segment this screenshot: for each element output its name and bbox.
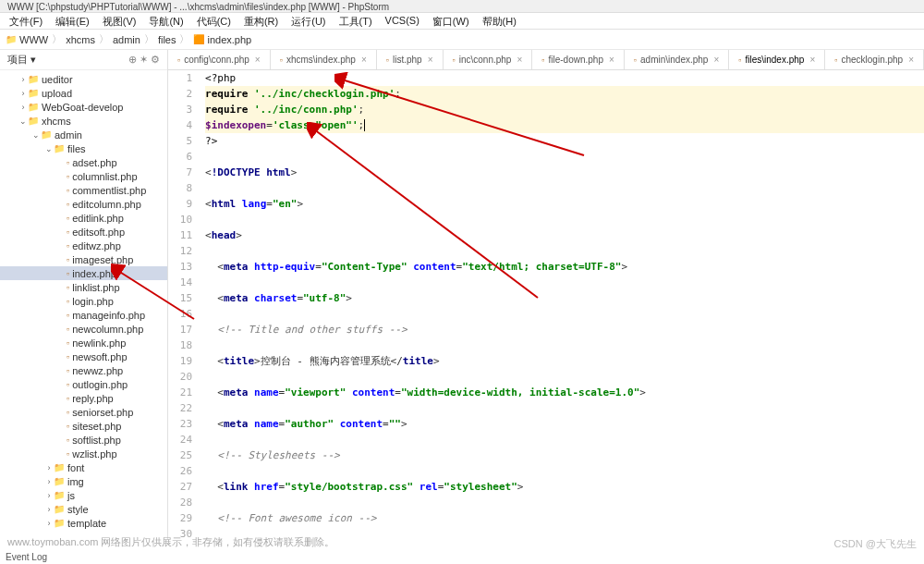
breadcrumb-item[interactable]: index.php bbox=[207, 34, 251, 45]
menu-item[interactable]: 编辑(E) bbox=[50, 15, 95, 27]
editor-tab[interactable]: ▫inc\conn.php× bbox=[444, 50, 533, 69]
breadcrumb-item[interactable]: WWW bbox=[19, 34, 48, 45]
breadcrumb-item[interactable]: admin bbox=[113, 34, 140, 45]
menu-item[interactable]: 导航(N) bbox=[143, 15, 188, 27]
menu-item[interactable]: 代码(C) bbox=[191, 15, 237, 27]
code-line[interactable]: require '../inc/conn.php'; bbox=[205, 102, 924, 117]
tree-folder[interactable]: ⌄📁admin bbox=[0, 128, 167, 141]
chevron-right-icon[interactable]: › bbox=[44, 477, 54, 486]
chevron-right-icon[interactable]: › bbox=[18, 103, 28, 112]
close-icon[interactable]: × bbox=[713, 55, 719, 65]
tree-file[interactable]: ▫editlink.php bbox=[0, 211, 167, 225]
menu-item[interactable]: 窗口(W) bbox=[427, 15, 475, 27]
menu-item[interactable]: 重构(R) bbox=[238, 15, 284, 27]
tree-file[interactable]: ▫editcolumn.php bbox=[0, 197, 167, 211]
editor-tab[interactable]: ▫file-down.php× bbox=[532, 50, 625, 69]
menu-item[interactable]: 文件(F) bbox=[4, 15, 48, 27]
code-line[interactable]: <meta name="author" content=""> bbox=[205, 416, 924, 432]
menu-item[interactable]: 工具(T) bbox=[334, 15, 378, 27]
editor-tab[interactable]: ▫list.php× bbox=[377, 50, 444, 69]
tree-file[interactable]: ▫editsoft.php bbox=[0, 225, 167, 239]
tree-file[interactable]: ▫outlogin.php bbox=[0, 377, 167, 391]
menu-item[interactable]: VCS(S) bbox=[380, 15, 425, 27]
close-icon[interactable]: × bbox=[809, 55, 815, 65]
code-line[interactable] bbox=[205, 243, 924, 259]
code-line[interactable] bbox=[205, 495, 924, 510]
code-line[interactable]: $indexopen='class="open"'; bbox=[205, 117, 924, 133]
code-line[interactable]: <meta http-equiv="Content-Type" content=… bbox=[205, 259, 924, 275]
code-line[interactable] bbox=[205, 275, 924, 290]
code-content[interactable]: <?phprequire '../inc/checklogin.php';req… bbox=[200, 70, 924, 540]
code-line[interactable]: <head> bbox=[205, 227, 924, 243]
code-line[interactable] bbox=[205, 432, 924, 448]
tree-folder[interactable]: ›📁WebGoat-develop bbox=[0, 100, 167, 114]
tree-file[interactable]: ▫commentlist.php bbox=[0, 183, 167, 197]
code-line[interactable]: <?php bbox=[205, 70, 924, 86]
menu-item[interactable]: 运行(U) bbox=[286, 15, 331, 27]
chevron-right-icon[interactable]: › bbox=[44, 463, 54, 472]
code-line[interactable]: <!-- Title and other stuffs --> bbox=[205, 322, 924, 337]
breadcrumb-item[interactable]: files bbox=[158, 34, 176, 45]
tree-file[interactable]: ▫index.php bbox=[0, 266, 167, 280]
chevron-down-icon[interactable]: ⌄ bbox=[44, 144, 54, 153]
tree-file[interactable]: ▫wzlist.php bbox=[0, 447, 167, 460]
code-line[interactable] bbox=[205, 337, 924, 353]
tree-file[interactable]: ▫reply.php bbox=[0, 391, 167, 405]
tree-folder[interactable]: ›📁ueditor bbox=[0, 72, 167, 86]
code-line[interactable]: <meta name="viewport" content="width=dev… bbox=[205, 385, 924, 400]
tree-file[interactable]: ▫login.php bbox=[0, 294, 167, 308]
code-line[interactable]: <html lang="en"> bbox=[205, 196, 924, 212]
tree-file[interactable]: ▫imageset.php bbox=[0, 252, 167, 266]
code-line[interactable]: <!-- Stylesheets --> bbox=[205, 448, 924, 463]
code-line[interactable]: <!-- Font awesome icon --> bbox=[205, 510, 924, 526]
tree-folder[interactable]: ›📁font bbox=[0, 460, 167, 474]
tree-file[interactable]: ▫softlist.php bbox=[0, 433, 167, 447]
tree-folder[interactable]: ›📁img bbox=[0, 474, 167, 488]
tree-folder[interactable]: ›📁upload bbox=[0, 86, 167, 100]
close-icon[interactable]: × bbox=[255, 55, 261, 65]
code-line[interactable]: ?> bbox=[205, 133, 924, 149]
code-line[interactable] bbox=[205, 306, 924, 322]
editor-tab[interactable]: ▫config\conn.php× bbox=[168, 50, 271, 69]
close-icon[interactable]: × bbox=[428, 55, 433, 65]
tree-folder[interactable]: ›📁template bbox=[0, 516, 167, 530]
project-label[interactable]: 项目 ▾ bbox=[7, 53, 36, 67]
event-log-label[interactable]: Event Log bbox=[0, 550, 53, 564]
editor-tab[interactable]: ▫xhcms\index.php× bbox=[271, 50, 377, 69]
code-line[interactable] bbox=[205, 212, 924, 227]
code-line[interactable] bbox=[205, 400, 924, 416]
tree-file[interactable]: ▫newcolumn.php bbox=[0, 322, 167, 336]
tree-file[interactable]: ▫columnlist.php bbox=[0, 169, 167, 183]
chevron-right-icon[interactable]: › bbox=[44, 491, 54, 500]
tree-folder[interactable]: ›📁js bbox=[0, 488, 167, 502]
tree-file[interactable]: ▫linklist.php bbox=[0, 280, 167, 294]
chevron-right-icon[interactable]: › bbox=[44, 505, 54, 514]
close-icon[interactable]: × bbox=[517, 55, 522, 65]
chevron-right-icon[interactable]: › bbox=[44, 519, 54, 528]
close-icon[interactable]: × bbox=[361, 55, 367, 65]
code-line[interactable]: <link href="style/bootstrap.css" rel="st… bbox=[205, 479, 924, 495]
code-line[interactable]: <title>控制台 - 熊海内容管理系统</title> bbox=[205, 353, 924, 369]
chevron-down-icon[interactable]: ⌄ bbox=[31, 130, 41, 140]
tree-file[interactable]: ▫newwz.php bbox=[0, 363, 167, 377]
code-line[interactable] bbox=[205, 463, 924, 479]
tree-file[interactable]: ▫seniorset.php bbox=[0, 405, 167, 419]
close-icon[interactable]: × bbox=[609, 55, 614, 65]
close-icon[interactable]: × bbox=[908, 55, 914, 65]
tree-folder[interactable]: ›📁style bbox=[0, 502, 167, 516]
editor-tab[interactable]: ▫admin\index.php× bbox=[625, 50, 729, 69]
chevron-down-icon[interactable]: ⌄ bbox=[18, 116, 28, 126]
tree-folder[interactable]: ⌄📁files bbox=[0, 141, 167, 155]
code-line[interactable]: <!DOCTYPE html> bbox=[205, 165, 924, 180]
tree-file[interactable]: ▫adset.php bbox=[0, 155, 167, 169]
menu-item[interactable]: 帮助(H) bbox=[477, 15, 522, 27]
tree-folder[interactable]: ⌄📁xhcms bbox=[0, 114, 167, 128]
tree-file[interactable]: ▫newsoft.php bbox=[0, 349, 167, 363]
editor-tab[interactable]: ▫checklogin.php× bbox=[825, 50, 924, 69]
code-line[interactable]: require '../inc/checklogin.php'; bbox=[205, 86, 924, 102]
chevron-right-icon[interactable]: › bbox=[18, 89, 28, 98]
breadcrumb-item[interactable]: xhcms bbox=[66, 34, 95, 45]
code-line[interactable] bbox=[205, 180, 924, 196]
code-line[interactable]: <meta charset="utf-8"> bbox=[205, 290, 924, 306]
menu-item[interactable]: 视图(V) bbox=[97, 15, 142, 27]
